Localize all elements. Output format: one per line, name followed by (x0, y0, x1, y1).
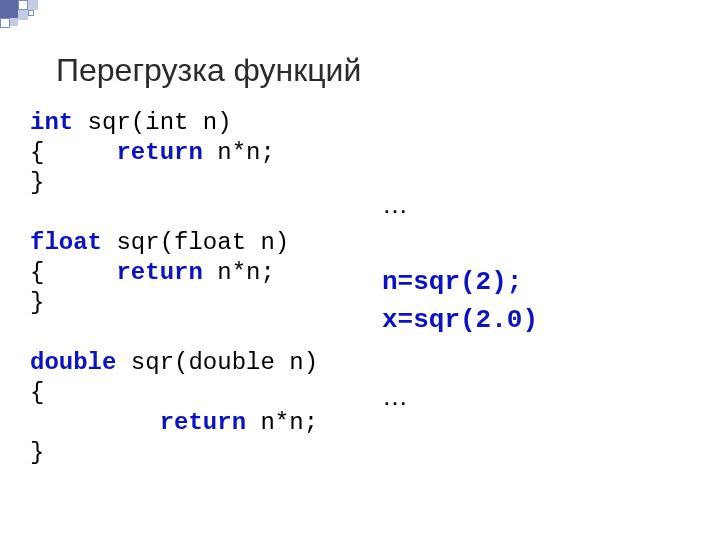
code-text: sqr(int n) (73, 109, 231, 136)
decor-square (18, 10, 28, 20)
keyword-int: int (30, 109, 73, 136)
code-text: } (30, 439, 44, 466)
code-text: sqr(float n) (102, 229, 289, 256)
slide-title: Перегрузка функций (56, 52, 361, 89)
code-text: { (30, 259, 116, 286)
slide: Перегрузка функций int sqr(int n) { retu… (0, 0, 720, 540)
ellipsis: … (382, 381, 408, 411)
keyword-return: return (116, 259, 202, 286)
code-text (30, 409, 160, 436)
decor-square (18, 0, 28, 10)
keyword-float: float (30, 229, 102, 256)
keyword-return: return (116, 139, 202, 166)
usage-line: n=sqr(2); (382, 267, 522, 297)
code-block-usage: … n=sqr(2); x=sqr(2.0) … (382, 185, 538, 417)
decor-square (0, 0, 18, 18)
decor-square (28, 10, 34, 16)
code-block-definitions: int sqr(int n) { return n*n; } float sqr… (30, 108, 318, 468)
ellipsis: … (382, 189, 408, 219)
code-text: n*n; (203, 259, 275, 286)
code-text: n*n; (246, 409, 318, 436)
decor-square (10, 18, 18, 26)
usage-line: x=sqr(2.0) (382, 305, 538, 335)
keyword-double: double (30, 349, 116, 376)
code-text: sqr(double n) (116, 349, 318, 376)
decorative-squares (0, 0, 62, 36)
code-text: { (30, 379, 44, 406)
code-text: } (30, 289, 44, 316)
code-text: n*n; (203, 139, 275, 166)
code-text: { (30, 139, 116, 166)
keyword-return: return (160, 409, 246, 436)
code-text: } (30, 169, 44, 196)
decor-square (28, 0, 38, 10)
decor-square (0, 18, 10, 28)
